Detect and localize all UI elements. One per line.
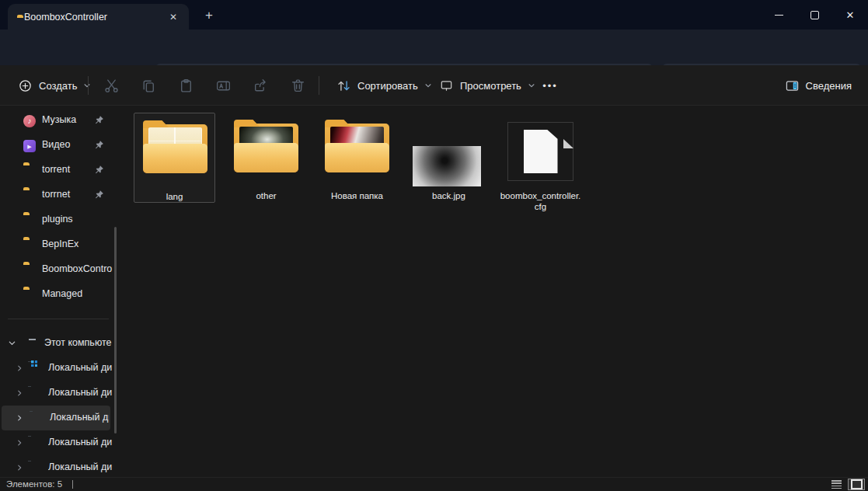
chevron-right-icon[interactable] [16, 439, 23, 447]
sidebar-item-local-disk-2[interactable]: Локальный ди [0, 381, 120, 406]
file-name: other [224, 191, 309, 202]
rename-icon [215, 78, 232, 94]
large-icons-view-icon [851, 479, 863, 489]
explorer-tab[interactable]: BoomboxController ✕ [8, 4, 189, 30]
view-icon [439, 78, 454, 93]
plus-circle-icon [18, 78, 33, 93]
chevron-right-icon[interactable] [16, 414, 23, 422]
image-thumbnail [413, 146, 481, 186]
maximize-icon [810, 11, 819, 19]
file-name: back.jpg [406, 191, 491, 202]
pin-icon [94, 140, 104, 150]
sidebar-item-plugins[interactable]: plugins [0, 207, 120, 232]
new-tab-button[interactable]: + [199, 6, 219, 25]
sidebar-scrollbar[interactable] [114, 227, 117, 434]
toolbar-separator [319, 76, 319, 95]
titlebar: BoomboxController ✕ + ✕ [0, 0, 868, 30]
navigation-bar: ··· Локальный диск (F:) Lethal Company B… [0, 30, 868, 65]
details-view-icon [831, 480, 842, 489]
cut-icon [103, 78, 120, 94]
sidebar-divider [8, 319, 109, 319]
file-item-lang[interactable]: lang [134, 113, 215, 203]
folder-icon [232, 119, 300, 176]
file-item-boombox-controller-cfg[interactable]: boombox_controller.cfg [500, 113, 581, 203]
file-name: Новая папка [315, 191, 399, 202]
see-more-icon: ••• [542, 80, 558, 92]
sort-arrows-icon [336, 78, 351, 93]
sidebar-item-bepinex[interactable]: BepInEx [0, 232, 120, 257]
chevron-down-icon[interactable] [8, 339, 16, 347]
delete-icon [290, 78, 306, 94]
share-icon [253, 78, 269, 94]
file-name: lang [133, 192, 216, 203]
chevron-down-icon [424, 82, 432, 89]
document-icon [507, 122, 573, 181]
status-bar: Элементов: 5 [0, 477, 868, 491]
sort-button[interactable]: Сортировать [329, 71, 439, 99]
paste-button [172, 71, 200, 99]
file-explorer-window: BoomboxController ✕ + ✕ [0, 0, 868, 491]
details-label: Сведения [806, 80, 852, 92]
view-toggles [828, 479, 865, 490]
sidebar-item-boomboxcontroller[interactable]: BoomboxContro [0, 257, 120, 282]
video-icon [23, 140, 36, 152]
chevron-right-icon[interactable] [16, 464, 23, 472]
status-divider [72, 480, 73, 489]
sidebar-item-torrent[interactable]: torrent [0, 158, 120, 183]
cut-button [97, 71, 125, 99]
chevron-right-icon[interactable] [16, 389, 23, 397]
rename-button [209, 71, 237, 99]
close-icon: ✕ [846, 9, 855, 21]
tab-title: BoomboxController [24, 12, 189, 23]
view-button[interactable]: Просмотреть [432, 71, 542, 99]
sidebar-item-local-disk-5[interactable]: Локальный ди [0, 455, 120, 477]
create-button[interactable]: Создать [11, 71, 98, 99]
chevron-down-icon [528, 82, 535, 89]
sort-label: Сортировать [357, 80, 418, 92]
minimize-icon [775, 15, 783, 16]
file-item-new-folder[interactable]: Новая папка [316, 113, 398, 203]
sidebar-item-music[interactable]: Музыка [0, 108, 120, 133]
tab-close-icon[interactable]: ✕ [166, 9, 181, 25]
share-button [246, 71, 274, 99]
copy-icon [141, 78, 157, 94]
details-view-button[interactable] [828, 479, 845, 490]
pin-icon [94, 190, 104, 200]
pin-icon [94, 115, 104, 125]
view-label: Просмотреть [460, 80, 521, 92]
sidebar-item-managed[interactable]: Managed [0, 282, 120, 307]
command-toolbar: Создать Сортировать Прос [0, 65, 868, 106]
sidebar-item-local-disk-4[interactable]: Локальный ди [0, 430, 120, 455]
sidebar-item-this-pc[interactable]: Этот компьюте [0, 331, 120, 356]
pin-icon [94, 165, 104, 175]
maximize-button[interactable] [797, 0, 832, 30]
delete-button [284, 71, 312, 99]
paste-icon [178, 78, 194, 94]
items-count: Элементов: 5 [6, 479, 62, 490]
sidebar-item-video[interactable]: Видео [0, 133, 120, 158]
folder-icon [323, 119, 391, 176]
details-pane-button[interactable]: Сведения [778, 71, 859, 99]
window-controls: ✕ [761, 0, 868, 30]
chevron-right-icon[interactable] [16, 364, 23, 372]
copy-button [134, 71, 162, 99]
folder-icon [141, 120, 209, 177]
create-label: Создать [39, 80, 77, 92]
sidebar-item-local-disk-3-selected[interactable]: Локальный ди [2, 406, 110, 430]
see-more-button[interactable]: ••• [536, 71, 564, 99]
file-item-other[interactable]: other [225, 113, 307, 203]
music-icon [23, 115, 36, 127]
sidebar-item-local-disk-1[interactable]: Локальный ди [0, 356, 120, 381]
toolbar-separator [88, 76, 89, 95]
file-list-area[interactable]: lang other Новая папка back.jpg [124, 106, 868, 477]
close-button[interactable]: ✕ [832, 0, 868, 30]
details-pane-icon [785, 79, 800, 92]
navigation-sidebar: Музыка Видео torrent torrnet plugins Bep… [0, 106, 124, 477]
sidebar-item-torrnet[interactable]: torrnet [0, 183, 120, 207]
file-item-back-jpg[interactable]: back.jpg [408, 113, 490, 203]
large-icons-view-button[interactable] [848, 479, 865, 490]
file-name: boombox_controller.cfg [498, 191, 583, 212]
minimize-button[interactable] [761, 0, 797, 30]
